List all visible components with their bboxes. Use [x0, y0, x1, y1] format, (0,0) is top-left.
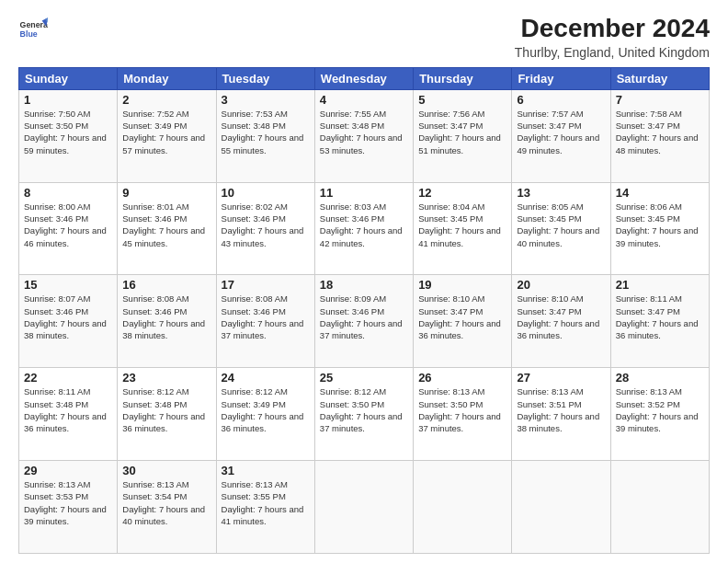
day-info: Sunrise: 7:57 AM Sunset: 3:47 PM Dayligh… — [517, 108, 605, 156]
day-number: 11 — [320, 186, 408, 200]
sunset: Sunset: 3:47 PM — [418, 121, 483, 131]
daylight: Daylight: 7 hours and 36 minutes. — [24, 411, 107, 433]
sunset: Sunset: 3:50 PM — [418, 399, 483, 409]
sunset: Sunset: 3:50 PM — [24, 121, 88, 131]
header: General Blue December 2024 Thurlby, Engl… — [18, 15, 710, 60]
sunset: Sunset: 3:46 PM — [222, 306, 286, 316]
sunset: Sunset: 3:53 PM — [24, 491, 88, 501]
col-monday: Monday — [118, 67, 216, 89]
week-row-4: 22 Sunrise: 8:11 AM Sunset: 3:48 PM Dayl… — [19, 368, 710, 461]
sunrise: Sunrise: 8:13 AM — [517, 386, 583, 396]
day-number: 22 — [24, 371, 112, 385]
daylight: Daylight: 7 hours and 37 minutes. — [320, 318, 403, 340]
day-number: 27 — [517, 371, 605, 385]
day-info: Sunrise: 7:52 AM Sunset: 3:49 PM Dayligh… — [122, 108, 210, 156]
subtitle: Thurlby, England, United Kingdom — [515, 45, 710, 60]
daylight: Daylight: 7 hours and 51 minutes. — [418, 132, 501, 155]
day-3: 3 Sunrise: 7:53 AM Sunset: 3:48 PM Dayli… — [216, 89, 314, 182]
sunrise: Sunrise: 8:04 AM — [418, 201, 484, 212]
col-tuesday: Tuesday — [216, 67, 314, 89]
empty-day — [314, 461, 413, 554]
sunset: Sunset: 3:46 PM — [320, 306, 384, 316]
sunrise: Sunrise: 8:01 AM — [122, 201, 188, 212]
sunrise: Sunrise: 8:13 AM — [24, 479, 90, 489]
day-info: Sunrise: 7:53 AM Sunset: 3:48 PM Dayligh… — [222, 108, 310, 156]
sunset: Sunset: 3:46 PM — [24, 306, 88, 316]
day-20: 20 Sunrise: 8:10 AM Sunset: 3:47 PM Dayl… — [512, 275, 610, 368]
day-10: 10 Sunrise: 8:02 AM Sunset: 3:46 PM Dayl… — [216, 182, 314, 275]
day-16: 16 Sunrise: 8:08 AM Sunset: 3:46 PM Dayl… — [118, 275, 216, 368]
sunset: Sunset: 3:47 PM — [517, 306, 581, 316]
day-info: Sunrise: 8:08 AM Sunset: 3:46 PM Dayligh… — [122, 293, 210, 341]
sunrise: Sunrise: 8:08 AM — [122, 293, 188, 304]
day-number: 25 — [320, 371, 408, 385]
day-4: 4 Sunrise: 7:55 AM Sunset: 3:48 PM Dayli… — [314, 89, 413, 182]
calendar-table: Sunday Monday Tuesday Wednesday Thursday… — [18, 67, 710, 554]
sunrise: Sunrise: 7:57 AM — [517, 109, 583, 119]
day-info: Sunrise: 8:10 AM Sunset: 3:47 PM Dayligh… — [517, 293, 605, 341]
empty-day — [610, 461, 709, 554]
day-23: 23 Sunrise: 8:12 AM Sunset: 3:48 PM Dayl… — [118, 368, 216, 461]
day-30: 30 Sunrise: 8:13 AM Sunset: 3:54 PM Dayl… — [118, 461, 216, 554]
week-row-1: 1 Sunrise: 7:50 AM Sunset: 3:50 PM Dayli… — [19, 89, 710, 182]
day-12: 12 Sunrise: 8:04 AM Sunset: 3:45 PM Dayl… — [414, 182, 512, 275]
day-31: 31 Sunrise: 8:13 AM Sunset: 3:55 PM Dayl… — [216, 461, 314, 554]
daylight: Daylight: 7 hours and 39 minutes. — [616, 225, 699, 247]
daylight: Daylight: 7 hours and 53 minutes. — [320, 132, 403, 155]
day-number: 10 — [222, 186, 310, 200]
day-number: 18 — [320, 278, 408, 292]
day-info: Sunrise: 8:02 AM Sunset: 3:46 PM Dayligh… — [222, 201, 310, 249]
day-info: Sunrise: 8:13 AM Sunset: 3:53 PM Dayligh… — [24, 478, 112, 527]
daylight: Daylight: 7 hours and 42 minutes. — [320, 225, 403, 247]
sunset: Sunset: 3:47 PM — [517, 121, 581, 131]
day-number: 14 — [616, 186, 704, 200]
day-21: 21 Sunrise: 8:11 AM Sunset: 3:47 PM Dayl… — [610, 275, 709, 368]
daylight: Daylight: 7 hours and 40 minutes. — [122, 504, 205, 526]
sunrise: Sunrise: 8:13 AM — [616, 386, 682, 396]
day-info: Sunrise: 8:03 AM Sunset: 3:46 PM Dayligh… — [320, 201, 408, 249]
day-info: Sunrise: 7:55 AM Sunset: 3:48 PM Dayligh… — [320, 108, 408, 156]
daylight: Daylight: 7 hours and 37 minutes. — [320, 411, 403, 433]
sunrise: Sunrise: 8:09 AM — [320, 293, 386, 304]
day-13: 13 Sunrise: 8:05 AM Sunset: 3:45 PM Dayl… — [512, 182, 610, 275]
logo: General Blue — [18, 15, 48, 44]
day-info: Sunrise: 8:06 AM Sunset: 3:45 PM Dayligh… — [616, 201, 704, 249]
day-number: 28 — [616, 371, 704, 385]
day-number: 13 — [517, 186, 605, 200]
sunset: Sunset: 3:46 PM — [222, 213, 286, 224]
day-info: Sunrise: 8:01 AM Sunset: 3:46 PM Dayligh… — [122, 201, 210, 249]
sunrise: Sunrise: 8:00 AM — [24, 201, 90, 212]
day-number: 23 — [122, 371, 210, 385]
col-wednesday: Wednesday — [314, 67, 413, 89]
day-number: 12 — [418, 186, 506, 200]
day-number: 1 — [24, 93, 112, 107]
day-number: 19 — [418, 278, 506, 292]
day-number: 8 — [24, 186, 112, 200]
day-number: 16 — [122, 278, 210, 292]
day-number: 2 — [122, 93, 210, 107]
sunset: Sunset: 3:46 PM — [122, 306, 187, 316]
sunset: Sunset: 3:47 PM — [616, 121, 680, 131]
sunset: Sunset: 3:48 PM — [122, 399, 187, 409]
sunset: Sunset: 3:45 PM — [418, 213, 483, 224]
daylight: Daylight: 7 hours and 37 minutes. — [222, 318, 304, 340]
day-number: 7 — [616, 93, 704, 107]
day-info: Sunrise: 8:12 AM Sunset: 3:50 PM Dayligh… — [320, 385, 408, 434]
day-24: 24 Sunrise: 8:12 AM Sunset: 3:49 PM Dayl… — [216, 368, 314, 461]
sunset: Sunset: 3:52 PM — [616, 399, 680, 409]
day-26: 26 Sunrise: 8:13 AM Sunset: 3:50 PM Dayl… — [414, 368, 512, 461]
sunset: Sunset: 3:46 PM — [320, 213, 384, 224]
general-blue-logo-icon: General Blue — [18, 15, 48, 44]
sunset: Sunset: 3:49 PM — [222, 399, 286, 409]
sunset: Sunset: 3:47 PM — [418, 306, 483, 316]
sunrise: Sunrise: 7:56 AM — [418, 109, 484, 119]
sunrise: Sunrise: 8:06 AM — [616, 201, 682, 212]
day-number: 15 — [24, 278, 112, 292]
day-27: 27 Sunrise: 8:13 AM Sunset: 3:51 PM Dayl… — [512, 368, 610, 461]
day-7: 7 Sunrise: 7:58 AM Sunset: 3:47 PM Dayli… — [610, 89, 709, 182]
week-row-2: 8 Sunrise: 8:00 AM Sunset: 3:46 PM Dayli… — [19, 182, 710, 275]
sunrise: Sunrise: 8:10 AM — [517, 293, 583, 304]
day-number: 20 — [517, 278, 605, 292]
day-number: 9 — [122, 186, 210, 200]
daylight: Daylight: 7 hours and 48 minutes. — [616, 132, 699, 155]
